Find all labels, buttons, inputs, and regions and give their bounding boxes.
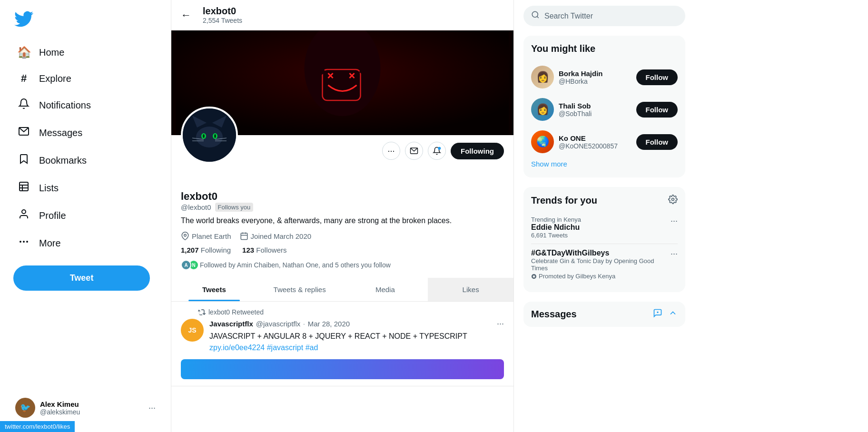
location-icon: [181, 232, 189, 240]
follower-avatars: A N: [181, 260, 196, 270]
trend-name-0: Eddie Ndichu: [531, 223, 581, 232]
follow-button-ko[interactable]: Follow: [636, 134, 678, 150]
search-input[interactable]: [544, 12, 678, 20]
home-icon: 🏠: [17, 46, 30, 59]
follow-button-thali[interactable]: Follow: [636, 102, 678, 118]
trends-header: Trends for you: [531, 195, 678, 206]
suggestion-handle-ko: @KoONE52000857: [559, 142, 631, 150]
trend-content-1: #G&TDayWithGilbeys Celebrate Gin & Tonic…: [531, 249, 671, 280]
twitter-logo[interactable]: [14, 10, 161, 30]
trends-settings-icon[interactable]: [668, 195, 678, 206]
tweet-author-handle: @javascriptflx: [256, 320, 301, 328]
svg-point-8: [20, 241, 21, 242]
followers-stat[interactable]: 123 Followers: [242, 246, 286, 254]
more-options-button[interactable]: ···: [382, 142, 400, 160]
tab-media[interactable]: Media: [343, 278, 428, 301]
profile-icon: [17, 208, 30, 223]
messages-title: Messages: [531, 309, 577, 320]
suggestion-avatar-borka: 👩: [531, 66, 554, 88]
sidebar-item-explore[interactable]: # Explore: [10, 67, 161, 90]
sidebar-item-home[interactable]: 🏠 Home: [10, 40, 161, 65]
tab-tweets-replies[interactable]: Tweets & replies: [257, 278, 343, 301]
trend-count-1: Celebrate Gin & Tonic Day by Opening Goo…: [531, 257, 671, 272]
profile-joined: Joined March 2020: [251, 232, 312, 240]
profile-avatar: [181, 107, 238, 164]
trend-promoted-1: Promoted by Gilbeys Kenya: [531, 273, 671, 280]
trend-more-1[interactable]: ···: [671, 249, 678, 259]
retweet-label: lexbot0 Retweeted: [181, 308, 504, 316]
messages-icons: [653, 308, 678, 320]
collapse-messages-icon[interactable]: [668, 308, 678, 320]
sidebar-item-label-lists: Lists: [39, 183, 59, 194]
tweet-author-name: Javascriptflx: [209, 320, 253, 328]
svg-point-37: [532, 11, 538, 17]
svg-point-6: [23, 241, 24, 242]
message-button[interactable]: [405, 142, 423, 160]
tab-likes[interactable]: Likes: [428, 278, 513, 301]
search-icon: [531, 10, 540, 21]
tweet-more-button[interactable]: ···: [497, 319, 504, 329]
profile-handle: @lexbot0: [181, 203, 211, 211]
trends-card: Trends for you Trending in Kenya Eddie N…: [523, 187, 685, 292]
lists-icon: [17, 181, 30, 195]
followers-label: Followers: [256, 246, 286, 254]
sidebar-item-bookmarks[interactable]: Bookmarks: [10, 147, 161, 173]
svg-rect-33: [241, 233, 247, 240]
sidebar-nav: 🏠 Home # Explore Notifications: [10, 40, 161, 258]
sidebar-item-label-profile: Profile: [39, 210, 66, 221]
show-more-link[interactable]: Show more: [531, 158, 567, 170]
svg-point-24: [203, 134, 205, 138]
messages-bar: Messages: [523, 302, 685, 327]
svg-point-39: [672, 198, 674, 201]
suggestion-avatar-thali: 👩: [531, 98, 554, 121]
notification-bell-button[interactable]: [428, 142, 446, 160]
you-might-like-card: You might like 👩 Borka Hajdin @HBorka Fo…: [523, 36, 685, 177]
sidebar-item-label-explore: Explore: [39, 73, 71, 84]
suggestion-name-thali: Thali Sob: [559, 102, 631, 110]
profile-handle-row: @lexbot0 Follows you: [181, 203, 504, 212]
right-sidebar: You might like 👩 Borka Hajdin @HBorka Fo…: [514, 0, 695, 432]
suggestion-item-borka: 👩 Borka Hajdin @HBorka Follow: [531, 61, 678, 93]
follow-button-borka[interactable]: Follow: [636, 69, 678, 85]
suggestion-item-ko: 🌏 Ko ONE @KoONE52000857 Follow: [531, 126, 678, 158]
suggestion-handle-thali: @SobThali: [559, 110, 631, 118]
profile-stats: 1,207 Following 123 Followers: [181, 246, 504, 254]
svg-point-7: [27, 241, 28, 242]
svg-point-32: [184, 235, 187, 237]
bookmark-icon: [17, 153, 30, 167]
sidebar-item-profile[interactable]: Profile: [10, 203, 161, 228]
suggestion-avatar-ko: 🌏: [531, 130, 554, 153]
tweet-button[interactable]: Tweet: [13, 265, 150, 291]
trend-item-1[interactable]: #G&TDayWithGilbeys Celebrate Gin & Tonic…: [531, 244, 678, 285]
tweet-hashtag2[interactable]: #ad: [306, 344, 318, 352]
mail-icon: [17, 126, 30, 140]
user-account-button[interactable]: 🐦 Alex Kimeu @alekskimeu ···: [10, 393, 161, 422]
trend-more-0[interactable]: ···: [671, 216, 678, 226]
trend-item-0[interactable]: Trending in Kenya Eddie Ndichu 6,691 Twe…: [531, 211, 678, 244]
trend-content-0: Trending in Kenya Eddie Ndichu 6,691 Twe…: [531, 216, 581, 239]
back-button[interactable]: ←: [181, 9, 191, 21]
new-message-icon[interactable]: [653, 308, 662, 320]
tweet-link[interactable]: zpy.io/e0ee4224: [209, 344, 265, 352]
sidebar-item-notifications[interactable]: Notifications: [10, 92, 161, 118]
calendar-icon: [240, 232, 248, 240]
url-text: twitter.com/lexbot0/likes: [5, 423, 70, 430]
svg-rect-1: [20, 182, 28, 191]
tweet-content-row: JS Javascriptflx @javascriptflx · Mar 28…: [181, 319, 504, 353]
suggestion-name-borka: Borka Hajdin: [559, 69, 631, 78]
avatar-image: [183, 108, 236, 162]
sidebar-item-messages[interactable]: Messages: [10, 120, 161, 146]
promoted-label-1: Promoted by Gilbeys Kenya: [539, 273, 615, 280]
tweet-separator: ·: [303, 321, 305, 327]
svg-point-25: [214, 134, 216, 138]
location-meta: Planet Earth: [181, 232, 231, 240]
profile-bio: The world breaks everyone, & afterwards,…: [181, 216, 504, 226]
sidebar-item-more[interactable]: More: [10, 230, 161, 256]
sidebar-item-lists[interactable]: Lists: [10, 175, 161, 201]
trend-name-1: #G&TDayWithGilbeys: [531, 249, 671, 257]
tab-tweets[interactable]: Tweets: [171, 278, 257, 301]
following-button[interactable]: Following: [451, 143, 504, 159]
tweet-hashtag1[interactable]: #javascript: [267, 344, 303, 352]
following-stat[interactable]: 1,207 Following: [181, 246, 231, 254]
tweet-cta-banner: [181, 359, 504, 379]
